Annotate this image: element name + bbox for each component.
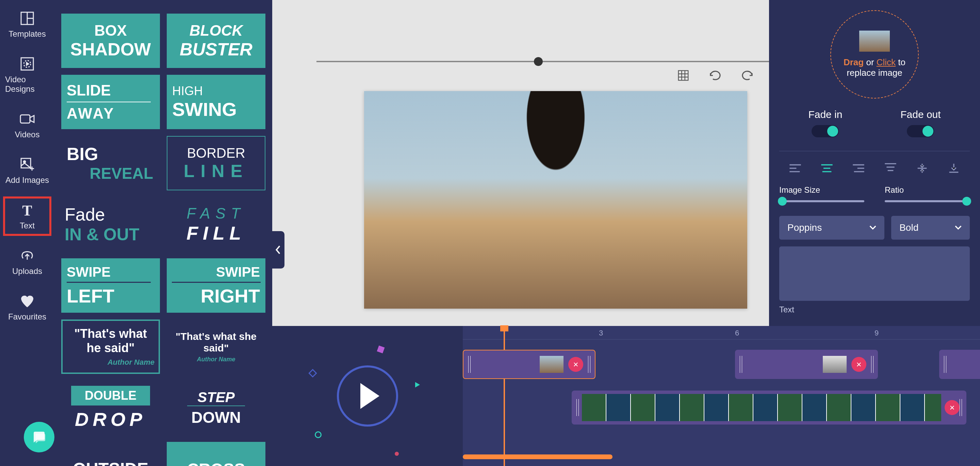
- clip-thumb: [540, 356, 563, 373]
- preset-step-down[interactable]: STEP DOWN: [167, 381, 266, 435]
- click-link[interactable]: Click: [877, 57, 896, 67]
- preset-cross[interactable]: CROSS: [167, 442, 266, 466]
- sidebar-item-video-designs[interactable]: Video Designs: [5, 52, 49, 97]
- image-size-slider[interactable]: [779, 200, 864, 202]
- align-bottom-button[interactable]: [944, 162, 963, 175]
- play-icon: [360, 383, 379, 409]
- sidebar-label: Videos: [15, 130, 40, 139]
- preset-fast-fill[interactable]: FAST FILL: [167, 197, 266, 252]
- preset-box-shadow[interactable]: BOX SHADOW: [61, 14, 160, 68]
- text-presets-panel: BOX SHADOW BLOCK BUSTER SLIDE AWAY HIGH …: [54, 0, 272, 466]
- chevron-down-icon: [869, 225, 876, 230]
- preset-quote-she[interactable]: "That's what she said" Author Name: [167, 320, 266, 374]
- preset-outside[interactable]: OUTSIDE: [61, 442, 160, 466]
- clip-image-1[interactable]: ×: [463, 350, 595, 379]
- clip-thumb: [823, 356, 846, 373]
- font-weight-dropdown[interactable]: Bold: [891, 216, 970, 239]
- align-center-button[interactable]: [817, 162, 837, 175]
- svg-rect-6: [21, 115, 30, 123]
- clip-handle-right[interactable]: [588, 356, 590, 373]
- clip-handle-left[interactable]: [576, 399, 579, 416]
- svg-marker-7: [30, 116, 34, 122]
- sidebar-item-favourites[interactable]: Favourites: [5, 290, 49, 325]
- canvas-frame[interactable]: [364, 91, 747, 309]
- preset-big-reveal[interactable]: BIG REVEAL: [61, 136, 160, 190]
- svg-rect-14: [679, 71, 688, 81]
- svg-text:T: T: [22, 202, 32, 218]
- align-left-button[interactable]: [786, 162, 805, 175]
- replace-image-dropzone[interactable]: Drag or Click to replace image: [830, 10, 919, 98]
- sidebar-item-add-images[interactable]: Add Images: [5, 153, 49, 188]
- play-section: [272, 326, 463, 466]
- text-section-label: Text: [779, 305, 794, 314]
- sidebar-label: Add Images: [5, 175, 49, 185]
- preset-swipe-right[interactable]: SWIPE RIGHT: [167, 258, 266, 313]
- preset-border-line[interactable]: BORDER LINE: [167, 136, 266, 190]
- clip-delete-button[interactable]: ×: [851, 357, 866, 372]
- timeline-area: 3 6 9 12 × ×: [272, 326, 980, 466]
- fade-in-toggle[interactable]: [811, 125, 839, 137]
- videos-icon: [19, 111, 35, 127]
- clip-delete-button[interactable]: ×: [568, 357, 583, 372]
- font-family-dropdown[interactable]: Poppins: [779, 216, 885, 239]
- sidebar-label: Video Designs: [5, 75, 49, 94]
- align-top-button[interactable]: [881, 162, 900, 175]
- sidebar-item-uploads[interactable]: Uploads: [5, 244, 49, 279]
- timeline-ruler[interactable]: 3 6 9 12: [463, 326, 980, 339]
- preset-swipe-left[interactable]: SWIPE LEFT: [61, 258, 160, 313]
- sidebar-item-text[interactable]: T Text: [5, 198, 49, 234]
- left-sidebar: Templates Video Designs Videos Add Image…: [0, 0, 54, 466]
- chat-support-button[interactable]: [24, 422, 54, 452]
- decoration: [395, 452, 399, 456]
- replace-image-thumb: [859, 30, 890, 52]
- redo-button[interactable]: [740, 68, 755, 83]
- drag-label: Drag: [843, 57, 864, 67]
- crop-button[interactable]: [676, 68, 691, 83]
- preset-high-swing[interactable]: HIGH SWING: [167, 75, 266, 129]
- collapse-presets-handle[interactable]: [272, 231, 285, 268]
- timeline-zoom-bar[interactable]: [463, 455, 612, 459]
- templates-icon: [19, 10, 35, 27]
- clip-image-3[interactable]: ×: [939, 350, 980, 379]
- sidebar-label: Uploads: [12, 266, 42, 276]
- clip-handle-left[interactable]: [944, 356, 946, 373]
- opacity-slider-thumb[interactable]: [534, 57, 543, 66]
- decoration: [308, 369, 317, 377]
- preset-slide-away[interactable]: SLIDE AWAY: [61, 75, 160, 129]
- fade-in-label: Fade in: [808, 109, 842, 120]
- clip-delete-button[interactable]: ×: [945, 400, 959, 415]
- align-right-button[interactable]: [849, 162, 868, 175]
- clip-handle-right[interactable]: [871, 356, 873, 373]
- preset-block-buster[interactable]: BLOCK BUSTER: [167, 14, 266, 68]
- ratio-slider[interactable]: [885, 200, 970, 202]
- clip-handle-left[interactable]: [468, 356, 470, 373]
- text-content-input[interactable]: [779, 246, 970, 301]
- clip-handle-right[interactable]: [959, 399, 962, 416]
- sidebar-label: Templates: [8, 29, 46, 39]
- preset-double-drop[interactable]: DOUBLE DROP: [61, 381, 160, 435]
- play-button[interactable]: [337, 365, 398, 426]
- undo-button[interactable]: [708, 68, 723, 83]
- favourites-icon: [19, 293, 35, 309]
- canvas-image[interactable]: [364, 91, 747, 309]
- align-middle-button[interactable]: [913, 162, 932, 175]
- chevron-down-icon: [955, 225, 962, 230]
- clip-image-2[interactable]: ×: [735, 350, 878, 379]
- canvas-image-content: [364, 91, 747, 309]
- text-icon: T: [19, 202, 35, 218]
- image-size-label: Image Size: [779, 185, 864, 195]
- add-images-icon: [19, 156, 35, 173]
- preset-fade-in-out[interactable]: Fade IN & OUT: [61, 197, 160, 252]
- sidebar-item-videos[interactable]: Videos: [5, 108, 49, 143]
- sidebar-label: Text: [20, 221, 35, 230]
- right-properties-panel: Drag or Click to replace image Fade in F…: [769, 0, 980, 360]
- preset-quote-he[interactable]: "That's what he said" Author Name: [61, 320, 160, 374]
- clip-filmstrip: [582, 394, 941, 421]
- fade-out-toggle[interactable]: [907, 125, 934, 137]
- clip-handle-left[interactable]: [740, 356, 742, 373]
- sidebar-item-templates[interactable]: Templates: [5, 7, 49, 42]
- clip-video-1[interactable]: ×: [572, 390, 966, 425]
- opacity-slider[interactable]: [317, 56, 800, 67]
- track-images: × × ×: [463, 350, 980, 380]
- decoration: [377, 346, 385, 353]
